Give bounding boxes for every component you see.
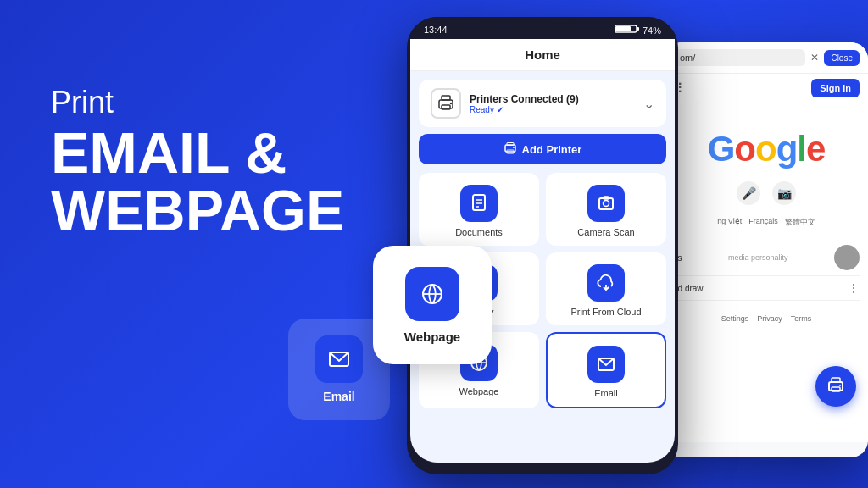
- browser-list-item-1[interactable]: es media personality: [673, 240, 860, 276]
- browser-close-button[interactable]: Close: [824, 50, 860, 66]
- print-label: Print: [51, 85, 344, 120]
- email-card-icon: [315, 336, 363, 383]
- grid-item-print-from-cloud[interactable]: Print From Cloud: [546, 252, 666, 325]
- svg-rect-9: [507, 143, 514, 146]
- google-logo: Google: [673, 129, 860, 169]
- printer-icon: [431, 88, 461, 119]
- svg-rect-5: [442, 96, 450, 100]
- main-title: EMAIL & WEBPAGE: [51, 124, 344, 239]
- svg-rect-2: [615, 26, 631, 31]
- svg-rect-12: [473, 195, 485, 210]
- print-fab-button[interactable]: [815, 366, 856, 407]
- documents-label: Documents: [455, 227, 503, 237]
- phone-header: Home: [410, 39, 675, 71]
- email-label-2: Email: [594, 388, 618, 398]
- browser-list-item-2[interactable]: nd draw ⋮: [673, 276, 860, 301]
- webpage-float-label: Webpage: [404, 330, 460, 344]
- mic-icon[interactable]: 🎤: [737, 181, 760, 205]
- lang-chinese: 繁體中文: [785, 217, 815, 228]
- left-section: Print EMAIL & WEBPAGE: [51, 85, 344, 239]
- printer-name: Printers Connected (9): [470, 93, 635, 105]
- browser-url-bar[interactable]: om/: [673, 49, 805, 66]
- browser-footer: Settings Privacy Terms: [673, 314, 860, 323]
- svg-rect-6: [442, 105, 450, 109]
- sign-in-button[interactable]: Sign in: [811, 79, 860, 97]
- email-icon-2: [587, 346, 625, 383]
- svg-point-17: [604, 201, 609, 207]
- lang-viet: ng Việt: [717, 217, 742, 228]
- status-battery: 74%: [615, 24, 661, 36]
- browser-toolbar: om/ ✕ Close: [665, 42, 868, 74]
- camera-icon[interactable]: 📷: [772, 181, 796, 205]
- status-bar: 13:44 74%: [407, 17, 678, 39]
- add-printer-label: Add Printer: [522, 143, 582, 156]
- grid-item-email-2[interactable]: Email: [546, 332, 666, 408]
- documents-icon: [460, 185, 498, 222]
- language-row: ng Việt Français 繁體中文: [673, 217, 860, 228]
- browser-secondary-toolbar: ⠿ Sign in: [665, 74, 868, 103]
- webpage-float-icon: [405, 267, 459, 321]
- status-time: 13:44: [424, 25, 448, 35]
- webpage-label-2: Webpage: [459, 386, 499, 396]
- printer-info: Printers Connected (9) Ready ✔: [470, 93, 635, 114]
- browser-search-row: 🎤 📷: [673, 181, 860, 205]
- browser-x-icon[interactable]: ✕: [810, 52, 819, 64]
- svg-rect-3: [637, 27, 639, 30]
- printer-status-card[interactable]: Printers Connected (9) Ready ✔ ⌄: [419, 80, 666, 127]
- camera-scan-label: Camera Scan: [577, 227, 634, 237]
- footer-privacy[interactable]: Privacy: [757, 314, 782, 323]
- svg-rect-29: [832, 387, 840, 391]
- grid-item-documents[interactable]: Documents: [419, 173, 539, 246]
- add-printer-button[interactable]: Add Printer: [419, 134, 666, 164]
- webpage-floating-card[interactable]: Webpage: [373, 246, 492, 364]
- footer-settings[interactable]: Settings: [721, 314, 749, 323]
- chevron-down-icon[interactable]: ⌄: [643, 96, 654, 112]
- grid-item-camera-scan[interactable]: Camera Scan: [546, 173, 666, 246]
- title-line1: EMAIL &: [51, 120, 287, 185]
- email-card-label: Email: [323, 390, 354, 403]
- print-from-cloud-label: Print From Cloud: [570, 307, 641, 317]
- footer-terms[interactable]: Terms: [791, 314, 812, 323]
- svg-rect-28: [832, 378, 840, 382]
- title-line2: WEBPAGE: [51, 178, 344, 242]
- list-item-1-detail: media personality: [728, 253, 788, 262]
- svg-point-30: [839, 385, 841, 386]
- lang-french: Français: [748, 217, 778, 228]
- camera-scan-icon: [587, 185, 625, 222]
- printer-ready: Ready ✔: [470, 105, 635, 114]
- svg-point-7: [450, 103, 452, 104]
- phone-content: Printers Connected (9) Ready ✔ ⌄: [410, 71, 675, 417]
- svg-point-11: [513, 147, 515, 148]
- more-options-icon[interactable]: ⋮: [848, 281, 860, 295]
- list-item-1-thumb: [834, 245, 860, 270]
- print-from-cloud-icon: [587, 264, 625, 302]
- browser-frame: om/ ✕ Close ⠿ Sign in Google 🎤 📷 ng Việt…: [665, 42, 868, 458]
